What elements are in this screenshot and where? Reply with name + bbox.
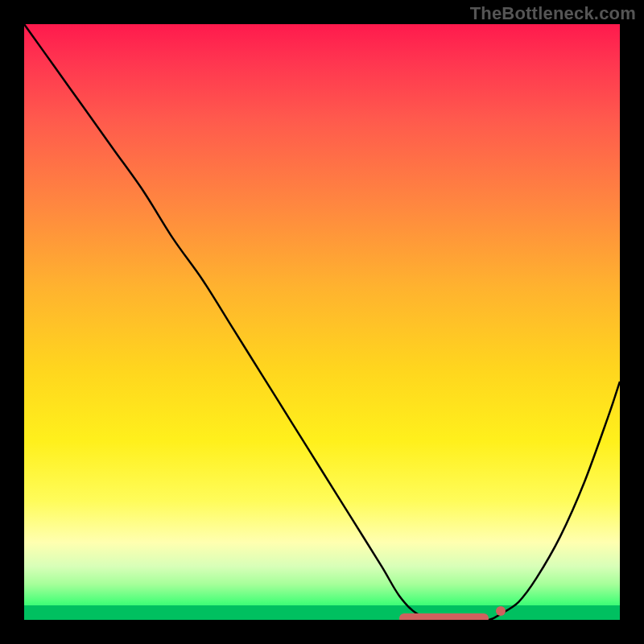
optimal-marker-dot xyxy=(496,606,506,616)
chart-container: TheBottleneck.com xyxy=(0,0,644,644)
watermark-text: TheBottleneck.com xyxy=(470,3,636,24)
curve-path xyxy=(24,24,620,620)
plot-area xyxy=(24,24,620,620)
bottleneck-curve xyxy=(24,24,620,620)
optimal-marker-bar xyxy=(399,613,489,620)
